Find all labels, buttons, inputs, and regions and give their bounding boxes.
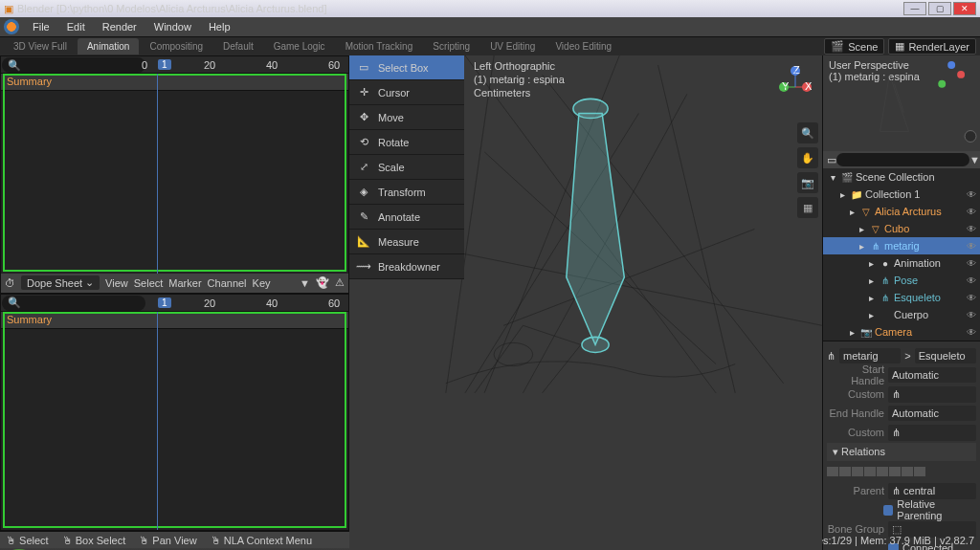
- tool-select-box[interactable]: ▭Select Box: [349, 55, 464, 80]
- filter-icon[interactable]: ▼: [969, 154, 980, 165]
- visibility-icon[interactable]: 👁: [967, 258, 976, 269]
- start-handle[interactable]: Automatic: [888, 367, 976, 383]
- outliner-item[interactable]: ▸Cuerpo👁: [823, 306, 980, 323]
- visibility-icon[interactable]: 👁: [967, 293, 976, 303]
- svg-text:Y: Y: [782, 80, 790, 92]
- tab-animation[interactable]: Animation: [78, 38, 139, 55]
- custom1-field[interactable]: ⋔: [888, 386, 976, 403]
- tool-icon: ⟿: [357, 260, 370, 274]
- tool-transform[interactable]: ◈Transform: [349, 180, 464, 205]
- warning-icon[interactable]: ⚠: [335, 276, 345, 289]
- svg-point-22: [957, 71, 965, 78]
- outliner-item[interactable]: ▸📁Collection 1👁: [823, 186, 980, 203]
- editor-type-icon[interactable]: ⏱: [5, 277, 15, 289]
- filter-icon[interactable]: ▼: [300, 277, 310, 289]
- armature-name[interactable]: metarig: [839, 348, 901, 363]
- tool-cursor[interactable]: ✛Cursor: [349, 80, 464, 105]
- visibility-icon[interactable]: 👁: [967, 189, 976, 200]
- outliner-item[interactable]: ▸⋔Pose👁: [823, 272, 980, 289]
- tool-breakdowner[interactable]: ⟿Breakdowner: [349, 254, 464, 279]
- dopesheet-search[interactable]: 🔍: [2, 57, 145, 73]
- menu-window[interactable]: Window: [146, 19, 199, 34]
- secondary-viewport[interactable]: User Perspective (1) metarig : espina: [823, 55, 980, 151]
- playhead[interactable]: [157, 74, 158, 274]
- minimize-button[interactable]: —: [903, 2, 926, 15]
- collection-icon[interactable]: ▭: [827, 154, 836, 166]
- tool-icon: 📐: [357, 235, 370, 249]
- tab-uv[interactable]: UV Editing: [480, 38, 545, 55]
- tool-icon: ▭: [357, 61, 370, 75]
- scene-icon: 🎬: [831, 40, 844, 53]
- scene-selector[interactable]: 🎬Scene: [824, 38, 884, 55]
- tool-rotate[interactable]: ⟲Rotate: [349, 130, 464, 155]
- outliner-item[interactable]: ▸⋔metarig👁: [823, 237, 980, 254]
- ds-menu-marker[interactable]: Marker: [168, 277, 201, 289]
- outliner-item[interactable]: ▸●Animation👁: [823, 254, 980, 272]
- dopesheet2-search[interactable]: 🔍: [2, 296, 145, 311]
- ds-menu-view[interactable]: View: [105, 277, 128, 289]
- tool-annotate[interactable]: ✎Annotate: [349, 205, 464, 230]
- bone-colors[interactable]: [827, 467, 925, 476]
- tab-3dview[interactable]: 3D View Full: [4, 38, 77, 55]
- outliner-item[interactable]: ▸⋔Esqueleto👁: [823, 289, 980, 306]
- dopesheet-ruler[interactable]: 🔍 1 0 20 40 60: [1, 56, 348, 74]
- tab-scripting[interactable]: Scripting: [423, 38, 479, 55]
- zoom-icon[interactable]: 🔍: [797, 122, 818, 143]
- outliner-root[interactable]: ▾🎬Scene Collection: [823, 168, 980, 186]
- ds-menu-channel[interactable]: Channel: [208, 277, 247, 289]
- rel-parent-check[interactable]: [883, 505, 893, 516]
- tool-move[interactable]: ✥Move: [349, 105, 464, 130]
- current-frame-marker-2[interactable]: 1: [158, 297, 171, 308]
- relations-header[interactable]: ▾ Relations: [827, 443, 976, 461]
- menu-edit[interactable]: Edit: [59, 19, 93, 34]
- bone-name[interactable]: Esqueleto: [915, 348, 976, 363]
- selection-outline-2: [3, 312, 346, 529]
- menu-help[interactable]: Help: [201, 19, 238, 34]
- menu-file[interactable]: File: [25, 19, 57, 34]
- playhead-2[interactable]: [157, 312, 158, 531]
- current-frame-marker[interactable]: 1: [158, 59, 171, 70]
- nav-gizmo[interactable]: X Y Z: [767, 63, 814, 111]
- dopesheet-header: ⏱ Dope Sheet⌄ View Select Marker Channel…: [1, 274, 348, 293]
- tool-popup: ▭Select Box✛Cursor✥Move⟲Rotate⤢Scale◈Tra…: [349, 55, 464, 279]
- visibility-icon[interactable]: 👁: [967, 241, 976, 252]
- tab-motion[interactable]: Motion Tracking: [336, 38, 423, 55]
- camera-icon[interactable]: 📷: [797, 172, 818, 193]
- persp-icon[interactable]: ▦: [797, 197, 818, 218]
- close-button[interactable]: ✕: [953, 2, 976, 15]
- dopesheet2-ruler[interactable]: 🔍 1 20 40 60: [1, 295, 348, 312]
- tab-video[interactable]: Video Editing: [546, 38, 621, 55]
- svg-point-12: [582, 337, 609, 352]
- blender-icon[interactable]: [4, 19, 19, 34]
- outliner-search[interactable]: [836, 153, 969, 166]
- ds-menu-key[interactable]: Key: [253, 277, 271, 289]
- custom2-field[interactable]: ⋔: [888, 425, 976, 441]
- armature-icon[interactable]: ⋔: [827, 350, 835, 363]
- ds-menu-select[interactable]: Select: [134, 277, 164, 289]
- tab-default[interactable]: Default: [213, 38, 263, 55]
- visibility-icon[interactable]: 👁: [967, 275, 976, 286]
- outliner-search-bar: ▭ ▼: [823, 151, 980, 168]
- 3d-viewport[interactable]: ▭Select Box✛Cursor✥Move⟲Rotate⤢Scale◈Tra…: [349, 55, 822, 550]
- tool-measure[interactable]: 📐Measure: [349, 230, 464, 254]
- tool-scale[interactable]: ⤢Scale: [349, 155, 464, 180]
- visibility-icon[interactable]: 👁: [967, 310, 976, 320]
- tab-gamelogic[interactable]: Game Logic: [264, 38, 335, 55]
- outliner-item[interactable]: ▸▽Alicia Arcturus👁: [823, 203, 980, 220]
- renderlayer-selector[interactable]: ▦RenderLayer: [888, 38, 976, 55]
- pan-icon[interactable]: ✋: [797, 147, 818, 168]
- maximize-button[interactable]: ▢: [928, 2, 951, 15]
- workspace-tabs: 3D View Full Animation Compositing Defau…: [0, 36, 980, 55]
- visibility-icon[interactable]: 👁: [967, 224, 976, 234]
- ghost-icon[interactable]: 👻: [316, 276, 329, 289]
- outliner-item[interactable]: ▸📷Camera👁: [823, 323, 980, 341]
- svg-line-8: [503, 229, 754, 325]
- editor-type-dropdown[interactable]: Dope Sheet⌄: [21, 275, 100, 290]
- parent-field[interactable]: ⋔ central: [888, 483, 976, 499]
- outliner-item[interactable]: ▸▽Cubo👁: [823, 220, 980, 237]
- visibility-icon[interactable]: 👁: [967, 327, 976, 338]
- menu-render[interactable]: Render: [95, 19, 145, 34]
- end-handle[interactable]: Automatic: [888, 406, 976, 421]
- tab-compositing[interactable]: Compositing: [140, 38, 212, 55]
- visibility-icon[interactable]: 👁: [967, 207, 976, 217]
